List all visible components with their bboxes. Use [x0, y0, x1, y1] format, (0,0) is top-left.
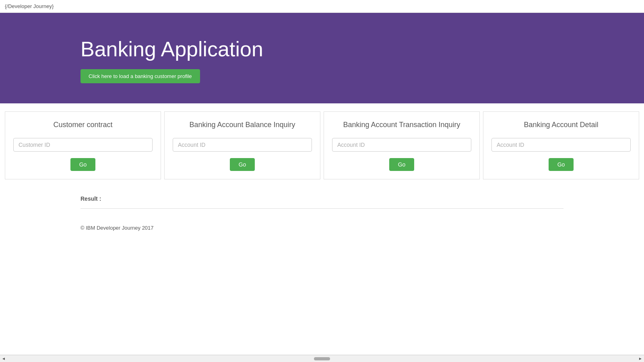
top-bar: {/Developer Journey} [0, 0, 644, 13]
customer-id-input[interactable] [13, 138, 153, 152]
footer: © IBM Developer Journey 2017 [0, 217, 644, 239]
account-detail-card: Banking Account Detail Go [483, 111, 639, 179]
cards-section: Customer contract Go Banking Account Bal… [0, 103, 644, 187]
customer-contract-go-button[interactable]: Go [70, 158, 96, 171]
transaction-account-id-input[interactable] [332, 138, 471, 152]
balance-inquiry-card: Banking Account Balance Inquiry Go [164, 111, 320, 179]
result-label: Result : [80, 195, 564, 202]
customer-contract-card: Customer contract Go [5, 111, 161, 179]
balance-inquiry-go-button[interactable]: Go [230, 158, 255, 171]
detail-account-id-input[interactable] [491, 138, 631, 152]
hero-section: Banking Application Click here to load a… [0, 13, 644, 103]
top-bar-label: {/Developer Journey} [5, 3, 54, 9]
result-divider [80, 208, 564, 209]
transaction-inquiry-title: Banking Account Transaction Inquiry [332, 120, 471, 130]
app-title: Banking Application [80, 37, 628, 61]
copyright-text: © IBM Developer Journey 2017 [80, 225, 154, 231]
load-profile-button[interactable]: Click here to load a banking customer pr… [80, 69, 200, 83]
balance-inquiry-title: Banking Account Balance Inquiry [173, 120, 312, 130]
account-detail-go-button[interactable]: Go [549, 158, 574, 171]
result-section: Result : [0, 187, 644, 217]
transaction-inquiry-card: Banking Account Transaction Inquiry Go [324, 111, 480, 179]
customer-contract-title: Customer contract [13, 120, 153, 130]
account-detail-title: Banking Account Detail [491, 120, 631, 130]
balance-account-id-input[interactable] [173, 138, 312, 152]
transaction-inquiry-go-button[interactable]: Go [389, 158, 415, 171]
